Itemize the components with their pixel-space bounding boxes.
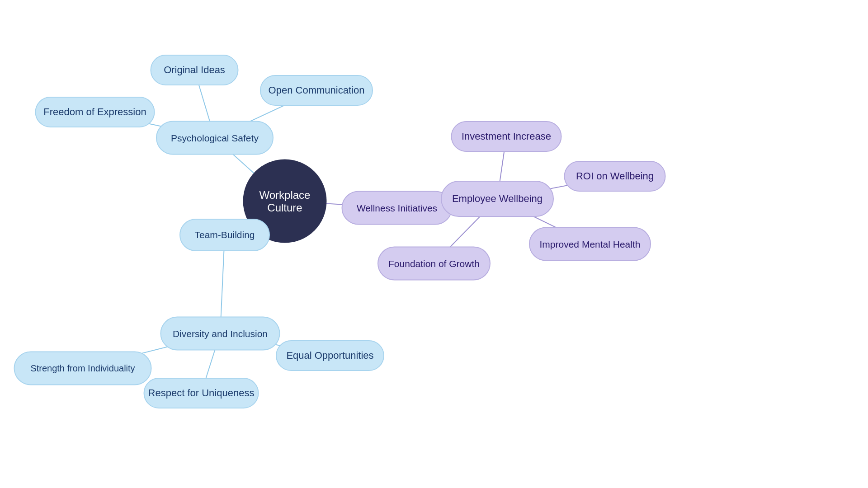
- psychological-safety-node: Psychological Safety: [156, 121, 274, 155]
- roi-wellbeing-node: ROI on Wellbeing: [564, 161, 666, 192]
- diversity-inclusion-node: Diversity and Inclusion: [160, 317, 280, 351]
- original-ideas-node: Original Ideas: [151, 55, 239, 85]
- open-communication-node: Open Communication: [260, 75, 373, 106]
- team-building-node: Team-Building: [179, 219, 270, 251]
- respect-uniqueness-node: Respect for Uniqueness: [144, 378, 259, 408]
- employee-wellbeing-node: Employee Wellbeing: [441, 181, 554, 217]
- freedom-expression-node: Freedom of Expression: [35, 97, 155, 127]
- strength-individuality-node: Strength from Individuality: [14, 352, 152, 385]
- investment-increase-node: Investment Increase: [451, 121, 562, 152]
- improved-mental-health-node: Improved Mental Health: [529, 227, 651, 261]
- wellness-initiatives-node: Wellness Initiatives: [342, 191, 453, 225]
- center-label: Workplace Culture: [243, 188, 327, 214]
- foundation-growth-node: Foundation of Growth: [377, 247, 491, 281]
- equal-opportunities-node: Equal Opportunities: [276, 340, 384, 371]
